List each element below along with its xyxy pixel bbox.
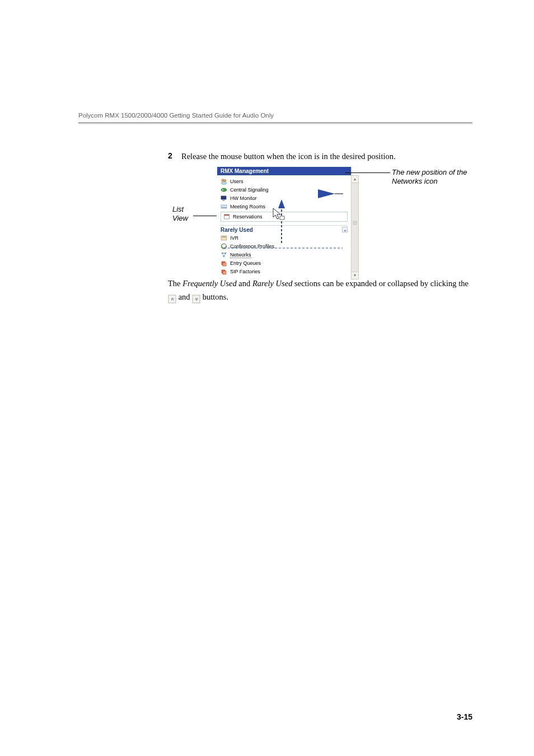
tree-item-insertion[interactable]: Reservations [221,212,348,222]
tree-item-label: Meeting Rooms [230,204,265,209]
profiles-icon [221,243,227,250]
collapse-toggle-icon[interactable]: ⌄ [342,227,348,232]
svg-rect-8 [222,207,226,208]
panel-title: RMX Management [217,167,351,175]
step-row: 2 Release the mouse button when the icon… [168,151,472,162]
para-t4: and [176,292,192,301]
tree-item-label: HW Monitor [230,195,257,201]
reservations-icon [223,213,230,220]
para-em1: Frequently Used [182,279,237,288]
tree-item-label: SIP Factories [230,269,260,274]
para-em2: Rarely Used [252,279,293,288]
tree-item-label: Reservations [233,214,263,220]
svg-point-0 [222,179,224,181]
monitor-icon [221,195,227,202]
header-rule [78,122,472,124]
caption-new-position-l2: Networks icon [392,177,438,185]
networks-icon [221,251,227,258]
tree-item[interactable]: Central Signaling [221,186,348,194]
scroll-thumb[interactable] [353,221,357,225]
body-paragraph: The Frequently Used and Rarely Used sect… [168,277,472,304]
svg-rect-10 [224,214,229,216]
tree-item[interactable]: HW Monitor [221,194,348,203]
tree-item-label: Conference Profiles [230,244,274,249]
scrollbar[interactable]: ▴ ▾ [351,175,359,279]
step-number: 2 [168,151,181,162]
tree-item[interactable]: Entry Queues [221,259,348,268]
svg-rect-6 [223,200,225,201]
tree-item-label: Entry Queues [230,260,261,266]
para-t2: and [237,279,252,288]
para-t5: buttons. [200,292,228,301]
section-rarely-used[interactable]: Rarely Used ⌄ [221,225,348,234]
tree-item-label: Networks [230,252,251,258]
scroll-down-button[interactable]: ▾ [352,272,358,279]
tree-item[interactable]: Meeting Rooms [221,203,348,211]
svg-rect-2 [222,182,227,184]
ivr-icon [221,235,227,241]
tree-item-label: IVR [230,235,238,241]
caption-new-position-l1: The new position of the [392,168,467,176]
caption-list-view-leader [193,216,217,216]
collapse-button-icon: « [168,295,176,304]
tree-item-label: Users [230,179,243,184]
svg-rect-20 [223,263,226,266]
svg-rect-14 [225,237,226,237]
tree-item[interactable]: Conference Profiles [221,242,348,251]
caption-new-position-leader [345,172,390,173]
svg-rect-12 [222,237,223,237]
section-label: Rarely Used [221,227,253,233]
rmx-management-panel: RMX Management Users Central Signaling H… [217,167,352,279]
tree-item-networks[interactable]: Networks [221,251,348,259]
expand-button-icon: » [193,295,200,304]
step-text: Release the mouse button when the icon i… [181,151,396,162]
queues-icon [221,260,227,267]
para-t3: sections can be expanded or collapsed by… [292,279,468,288]
svg-rect-11 [221,236,227,240]
users-icon [221,178,227,185]
caption-new-position: The new position of the Networks icon [392,168,487,186]
header-guide-title: Polycom RMX 1500/2000/4000 Getting Start… [78,112,472,119]
sip-icon [221,268,227,275]
tree-item[interactable]: Users [221,178,348,186]
svg-rect-22 [223,271,226,274]
caption-list-view: List View [172,205,188,223]
caption-list-view-l2: View [172,214,188,222]
para-t1: The [168,279,182,288]
figure-wrap: List View RMX Management Users Central S… [168,167,472,273]
rooms-icon [221,203,227,210]
signaling-icon [221,186,227,193]
scroll-up-button[interactable]: ▴ [352,176,358,183]
svg-point-1 [224,180,226,182]
svg-point-4 [222,189,223,190]
tree-item[interactable]: IVR [221,234,348,242]
svg-point-3 [221,188,227,192]
tree-item[interactable]: SIP Factories [221,268,348,276]
svg-rect-5 [221,196,226,199]
caption-list-view-l1: List [172,205,184,213]
page-number: 3-15 [457,712,472,721]
svg-rect-13 [223,237,224,237]
tree-item-label: Central Signaling [230,187,269,193]
